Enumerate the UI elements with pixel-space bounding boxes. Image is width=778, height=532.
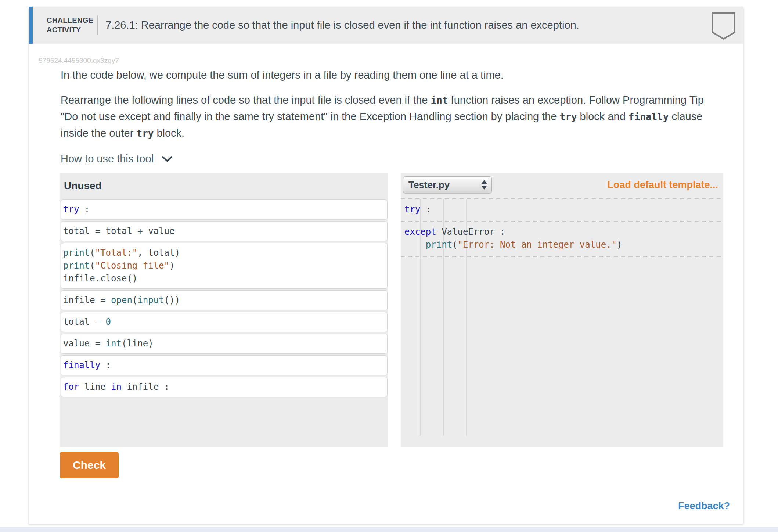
code-block[interactable]: infile = open(input()) bbox=[61, 290, 388, 310]
solution-block-list: try :except ValueError : print("Error: N… bbox=[401, 200, 723, 257]
solution-panel: Tester.py Load default template... try :… bbox=[401, 173, 723, 447]
intro-paragraph: In the code below, we compute the sum of… bbox=[61, 69, 504, 81]
file-select-value: Tester.py bbox=[408, 179, 450, 191]
page-footer-band bbox=[0, 527, 778, 532]
unused-panel-title: Unused bbox=[64, 180, 102, 192]
badge-line2: ACTIVITY bbox=[47, 25, 93, 35]
unused-block-list: try :total = total + valueprint("Total:"… bbox=[61, 200, 388, 399]
activity-id: 579624.4455300.qx3zqy7 bbox=[39, 57, 119, 65]
solution-panel-header: Tester.py Load default template... bbox=[401, 173, 723, 198]
activity-card: CHALLENGE ACTIVITY 7.26.1: Rearrange the… bbox=[29, 7, 743, 524]
placed-code-block[interactable]: try : bbox=[401, 200, 723, 221]
dropdown-arrows-icon bbox=[481, 180, 487, 190]
header-divider bbox=[97, 15, 98, 35]
code-block[interactable]: total = 0 bbox=[61, 312, 388, 332]
code-block[interactable]: value = int(line) bbox=[61, 334, 388, 354]
code-block[interactable]: total = total + value bbox=[61, 221, 388, 241]
file-select-dropdown[interactable]: Tester.py bbox=[403, 176, 492, 193]
activity-title: 7.26.1: Rearrange the code so that the i… bbox=[105, 7, 579, 44]
feedback-link[interactable]: Feedback? bbox=[678, 500, 730, 512]
drop-separator[interactable] bbox=[401, 256, 723, 257]
task-paragraph: Rearrange the following lines of code so… bbox=[61, 92, 722, 141]
unused-panel: Unused try :total = total + valueprint("… bbox=[60, 173, 388, 447]
code-block[interactable]: finally : bbox=[61, 355, 388, 375]
check-button[interactable]: Check bbox=[60, 452, 119, 478]
accent-bar bbox=[29, 7, 33, 44]
chevron-down-icon bbox=[162, 153, 173, 165]
code-block[interactable]: try : bbox=[61, 200, 388, 220]
challenge-header: CHALLENGE ACTIVITY 7.26.1: Rearrange the… bbox=[29, 7, 743, 44]
code-block[interactable]: for line in infile : bbox=[61, 377, 388, 397]
code-block[interactable]: print("Total:", total)print("Closing fil… bbox=[61, 243, 388, 289]
bookmark-icon[interactable] bbox=[712, 12, 736, 42]
load-default-template-link[interactable]: Load default template... bbox=[607, 179, 718, 191]
how-to-use-label: How to use this tool bbox=[61, 153, 154, 165]
challenge-activity-badge: CHALLENGE ACTIVITY bbox=[47, 15, 93, 35]
placed-code-block[interactable]: except ValueError : print("Error: Not an… bbox=[401, 222, 723, 256]
how-to-use-toggle[interactable]: How to use this tool bbox=[61, 153, 173, 165]
badge-line1: CHALLENGE bbox=[47, 15, 93, 25]
